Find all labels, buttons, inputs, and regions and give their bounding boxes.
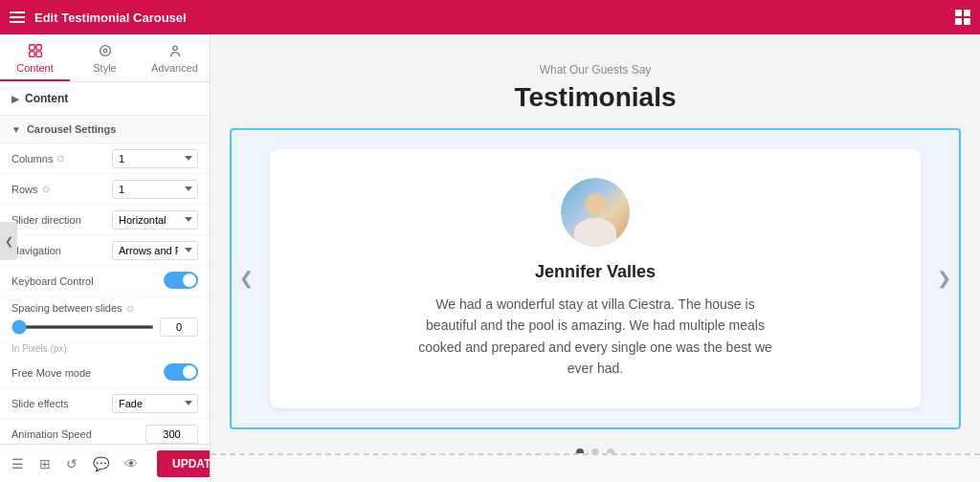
content-section-label: Content (25, 92, 68, 105)
testimonial-name: Jennifer Valles (535, 262, 656, 282)
hamburger-icon[interactable] (10, 11, 25, 23)
rows-control: 123 (112, 180, 198, 199)
avatar (561, 178, 630, 247)
spacing-input[interactable]: 0 (160, 318, 198, 337)
slider-direction-label: Slider direction (11, 214, 112, 226)
main-layout: Content Style Advanced ▶ Content (0, 34, 980, 482)
bottom-toolbar: ☰ ⊞ ↺ 💬 👁 UPDATE ▼ (0, 444, 210, 482)
spacing-row: Spacing between slides ⊙ 0 (0, 296, 210, 343)
animation-speed-input[interactable]: 300 (145, 425, 198, 444)
free-move-knob (183, 365, 196, 379)
tab-advanced-label: Advanced (151, 62, 198, 74)
section-label: What Our Guests Say (540, 63, 652, 77)
slider-direction-select[interactable]: HorizontalVertical (112, 210, 198, 230)
page-title: Edit Testimonial Carousel (34, 11, 946, 25)
spacing-slider-wrap: 0 (11, 318, 198, 337)
section-title: Testimonials (514, 82, 676, 113)
rows-info-icon: ⊙ (42, 184, 50, 194)
eye-icon[interactable]: 👁 (121, 452, 142, 475)
carousel-settings-header[interactable]: ▼ Carousel Settings (0, 116, 210, 143)
slide-effects-select[interactable]: FadeSlide (112, 394, 198, 413)
slider-direction-row: Slider direction HorizontalVertical (0, 205, 210, 235)
toggle-knob (183, 274, 196, 287)
panel-content: ▶ Content ▼ Carousel Settings Columns ⊙ … (0, 82, 210, 444)
keyboard-toggle[interactable] (164, 272, 198, 290)
undo-icon[interactable]: ↺ (62, 452, 81, 475)
top-bar: Edit Testimonial Carousel (0, 0, 980, 34)
slider-direction-control: HorizontalVertical (112, 210, 198, 230)
carousel-arrow-icon: ▼ (11, 124, 21, 135)
slide-effects-row: Slide effects FadeSlide (0, 388, 210, 419)
tab-content[interactable]: Content (0, 34, 70, 81)
navigation-select[interactable]: Arrows and Paginati... Arrows Pagination… (112, 241, 198, 260)
animation-speed-label: Animation Speed (11, 428, 145, 440)
tab-content-label: Content (16, 62, 54, 74)
slide-effects-label: Slide effects (11, 398, 112, 409)
svg-point-5 (103, 49, 107, 53)
columns-select[interactable]: 123 (112, 149, 198, 168)
keyboard-toggle-switch[interactable] (164, 272, 198, 289)
content-section-header[interactable]: ▶ Content (0, 82, 210, 116)
svg-rect-1 (35, 45, 40, 50)
preview-content: What Our Guests Say Testimonials ❮ Jenni… (211, 34, 980, 453)
layers-icon[interactable]: ⊞ (35, 452, 55, 475)
rows-label: Rows ⊙ (11, 184, 112, 195)
avatar-image (561, 178, 630, 247)
update-btn-wrap: UPDATE ▼ (157, 450, 211, 477)
panel-collapse-handle[interactable]: ❮ (0, 222, 17, 260)
spacing-range[interactable] (11, 325, 154, 329)
svg-point-4 (100, 46, 110, 56)
tab-style-label: Style (93, 62, 116, 74)
slide-effects-control: FadeSlide (112, 394, 198, 413)
keyboard-control-label: Keyboard Control (11, 275, 164, 287)
svg-rect-2 (29, 52, 33, 56)
handle-icon[interactable]: ☰ (8, 452, 28, 475)
navigation-control: Arrows and Paginati... Arrows Pagination… (112, 241, 198, 260)
preview-area: What Our Guests Say Testimonials ❮ Jenni… (211, 34, 980, 482)
columns-control: 123 (112, 149, 198, 168)
animation-speed-control: 300 (145, 425, 198, 444)
left-panel: Content Style Advanced ▶ Content (0, 34, 211, 482)
free-move-row: Free Move mode (0, 358, 210, 388)
tab-advanced[interactable]: Advanced (140, 34, 210, 81)
animation-speed-row: Animation Speed 300 (0, 419, 210, 444)
rows-row: Rows ⊙ 123 (0, 174, 210, 205)
carousel-next-button[interactable]: ❯ (937, 268, 951, 289)
rows-select[interactable]: 123 (112, 180, 198, 199)
keyboard-control-row: Keyboard Control (0, 266, 210, 296)
columns-label: Columns ⊙ (11, 153, 112, 164)
svg-rect-3 (35, 52, 40, 56)
navigation-label: Navigation (11, 245, 112, 256)
tab-style[interactable]: Style (70, 34, 140, 81)
testimonial-card: Jennifer Valles We had a wonderful stay … (270, 149, 921, 408)
carousel-prev-button[interactable]: ❮ (239, 268, 254, 289)
free-move-toggle[interactable] (164, 363, 198, 382)
spacing-info-icon: ⊙ (126, 303, 134, 314)
grid-icon[interactable] (955, 10, 970, 25)
spacing-hint: In Pixels (px) (0, 343, 210, 358)
free-move-label: Free Move mode (11, 367, 164, 379)
bottom-preview-strip (211, 453, 980, 482)
content-arrow-icon: ▶ (11, 94, 19, 104)
free-move-toggle-switch[interactable] (164, 363, 198, 381)
spacing-label: Spacing between slides ⊙ (11, 302, 134, 314)
update-button[interactable]: UPDATE (157, 450, 211, 477)
testimonial-text: We had a wonderful stay at villa Ciestra… (413, 294, 777, 380)
navigation-row: Navigation Arrows and Paginati... Arrows… (0, 235, 210, 266)
columns-row: Columns ⊙ 123 (0, 143, 210, 174)
svg-rect-0 (29, 45, 33, 50)
carousel-wrapper: ❮ Jennifer Valles We had a wonderful sta… (230, 128, 961, 429)
svg-point-6 (172, 46, 177, 51)
columns-info-icon: ⊙ (56, 153, 64, 164)
panel-tabs: Content Style Advanced (0, 34, 210, 82)
comment-icon[interactable]: 💬 (89, 452, 113, 475)
carousel-settings-label: Carousel Settings (27, 123, 117, 135)
